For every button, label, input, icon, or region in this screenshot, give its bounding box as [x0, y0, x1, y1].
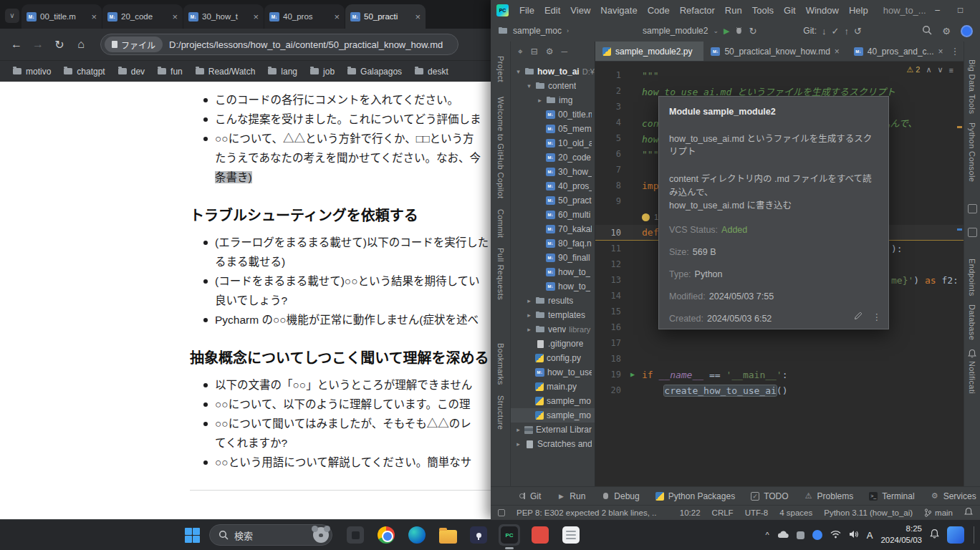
tool-button-python-console[interactable]: Python Console — [968, 122, 976, 182]
browser-tab[interactable]: 00_title.m × — [21, 4, 102, 29]
tree-item[interactable]: 40_pros_ — [511, 179, 595, 193]
tool-button-copilot[interactable]: Welcome to GitHub Copilot — [496, 97, 505, 198]
bottom-tool-button[interactable]: Problems — [798, 491, 860, 501]
browser-tab[interactable]: 40_pros × — [264, 4, 345, 29]
bookmark-folder[interactable]: fun — [152, 64, 188, 79]
tree-item[interactable]: ▸ Scratches and C — [511, 437, 595, 451]
tree-item[interactable]: ▸ results — [511, 294, 595, 308]
menu-item[interactable]: Navigate — [595, 5, 642, 16]
tool-button-database[interactable]: Database — [968, 304, 976, 340]
bookmark-folder[interactable]: Galapagos — [342, 64, 408, 79]
encoding[interactable]: UTF-8 — [745, 508, 769, 517]
tree-chevron-icon[interactable]: ▾ — [515, 68, 522, 75]
tree-chevron-icon[interactable]: ▸ — [526, 297, 532, 304]
tree-item[interactable]: 30_how_ — [511, 165, 595, 179]
tree-item[interactable]: sample_mo — [511, 394, 595, 408]
inspections-menu-icon[interactable]: ≡ — [949, 66, 953, 74]
tree-item[interactable]: ▸ venv library — [511, 322, 595, 337]
tree-item[interactable]: ▾ content — [511, 79, 595, 93]
tree-item[interactable]: .gitignore — [511, 337, 595, 351]
git-update-icon[interactable]: ↓ — [822, 26, 827, 37]
bottom-tool-button[interactable]: Terminal — [863, 491, 921, 501]
panel-settings-icon[interactable]: ⚙ — [546, 47, 554, 57]
pycharm-taskbar-icon[interactable]: PC — [499, 524, 520, 546]
locate-file-icon[interactable]: ⌖ — [518, 47, 523, 57]
home-icon[interactable]: ⌂ — [70, 38, 92, 51]
tool-button-big-data-tools[interactable]: Big Data Tools — [968, 59, 976, 114]
chrome-icon[interactable] — [375, 524, 397, 546]
editor-tab[interactable]: 50_practical_know_how.md × — [703, 42, 846, 61]
tray-app-icon-grey[interactable] — [797, 531, 804, 539]
line-ending[interactable]: CRLF — [712, 508, 734, 517]
tab-close-icon[interactable]: × — [415, 11, 421, 22]
inspections-widget[interactable]: ⚠ 2 ∧ ∨ ≡ — [906, 65, 953, 74]
tool-button-bookmarks[interactable]: Bookmarks — [496, 343, 505, 385]
hide-panel-icon[interactable]: ─ — [562, 47, 568, 57]
ime-indicator[interactable]: A — [867, 530, 873, 541]
tab-close-icon[interactable]: × — [938, 47, 943, 57]
next-problem-icon[interactable]: ∨ — [938, 65, 943, 74]
bookmark-folder[interactable]: dev — [112, 64, 150, 79]
ai-tools-icon[interactable] — [968, 228, 977, 237]
tree-item[interactable]: ▾ how_to_ai D:¥ — [511, 64, 595, 79]
code-line[interactable]: 20 create_how_to_use_ai() — [595, 382, 964, 398]
editor-tab[interactable]: sample_module2.py — [595, 42, 703, 61]
tree-chevron-icon[interactable]: ▸ — [515, 440, 522, 448]
code-line[interactable]: 17 — [595, 335, 964, 351]
tree-item[interactable]: 50_pract — [511, 193, 595, 208]
tray-overflow-icon[interactable]: ^ — [766, 531, 769, 539]
tab-close-icon[interactable]: × — [172, 11, 178, 22]
tree-item[interactable]: how_to_ — [511, 265, 595, 279]
account-avatar[interactable] — [961, 25, 973, 37]
search-everywhere-icon[interactable] — [922, 25, 932, 37]
browser-tab[interactable]: 30_how_t × — [183, 4, 264, 29]
tab-overflow-icon[interactable]: ⋮ — [951, 46, 960, 57]
volume-icon[interactable] — [849, 529, 859, 541]
tool-button-pull-requests[interactable]: Pull Requests — [496, 248, 505, 300]
menu-item[interactable]: Refactor — [675, 5, 720, 16]
prev-problem-icon[interactable]: ∧ — [926, 65, 931, 74]
tray-blue-app-icon[interactable] — [947, 526, 964, 544]
menu-item[interactable]: File — [514, 5, 539, 16]
tree-item[interactable]: 10_old_a — [511, 136, 595, 150]
collapse-all-icon[interactable]: ⊟ — [531, 47, 538, 57]
tree-item[interactable]: config.py — [511, 351, 595, 365]
tab-close-icon[interactable]: × — [334, 11, 340, 22]
tree-item[interactable]: 60_multi — [511, 208, 595, 222]
indent-setting[interactable]: 4 spaces — [779, 508, 812, 517]
tree-item[interactable]: ▸ External Librari — [511, 423, 595, 437]
bottom-tool-button[interactable]: Debug — [595, 491, 645, 501]
red-app-icon[interactable] — [529, 524, 551, 546]
edge-icon[interactable] — [406, 524, 428, 546]
browser-tab[interactable]: 20_code × — [102, 4, 183, 29]
tab-close-icon[interactable]: × — [253, 11, 259, 22]
tab-close-icon[interactable]: × — [91, 11, 97, 22]
tree-item[interactable]: ▸ templates — [511, 308, 595, 322]
git-commit-icon[interactable]: ✓ — [832, 26, 840, 37]
tool-button-structure[interactable]: Structure — [496, 395, 505, 430]
git-branch-widget[interactable]: main — [924, 508, 953, 517]
caret-position[interactable]: 10:22 — [680, 508, 701, 517]
rerun-icon[interactable]: ↻ — [749, 26, 756, 37]
lock-app-icon[interactable] — [468, 524, 489, 546]
tree-chevron-icon[interactable]: ▸ — [526, 312, 532, 319]
tab-search-button[interactable]: ∨ — [5, 9, 19, 23]
run-line-icon[interactable]: ▶ — [630, 367, 635, 382]
tree-chevron-icon[interactable]: ▾ — [526, 82, 532, 90]
settings-gear-icon[interactable]: ⚙ — [942, 26, 951, 37]
browser-tab[interactable]: 50_practi × — [345, 4, 426, 29]
bottom-tool-button[interactable]: Git — [511, 491, 547, 501]
menu-item[interactable]: View — [565, 5, 595, 16]
search-highlight-image[interactable] — [313, 527, 329, 543]
bookmark-folder[interactable]: chatgpt — [58, 64, 110, 79]
tree-item[interactable]: 20_code — [511, 150, 595, 165]
tree-item[interactable]: 00_title.m — [511, 107, 595, 122]
reload-icon[interactable]: ↻ — [49, 38, 70, 52]
tab-close-icon[interactable]: × — [835, 47, 840, 57]
menu-item[interactable]: Edit — [539, 5, 565, 16]
bookmark-folder[interactable]: lang — [262, 64, 303, 79]
bottom-tool-button[interactable]: Python Packages — [649, 491, 741, 501]
bookmark-folder[interactable]: motivo — [7, 64, 57, 79]
git-rollback-icon[interactable]: ↺ — [854, 26, 862, 37]
minimize-button[interactable]: – — [926, 0, 949, 20]
